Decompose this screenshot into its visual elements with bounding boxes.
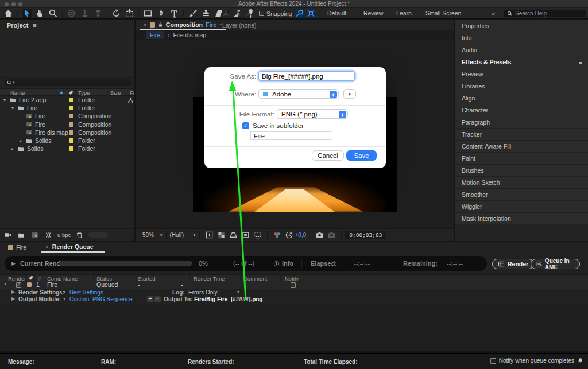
panel-menu-icon[interactable]: ≡ bbox=[579, 59, 582, 65]
log-value[interactable]: Errors Only bbox=[188, 289, 218, 296]
snapshot-camera-icon[interactable] bbox=[315, 231, 324, 239]
column-size[interactable]: Size bbox=[110, 90, 121, 96]
panel-tab-audio[interactable]: Audio bbox=[455, 44, 588, 56]
project-item-fire[interactable]: FireComposition bbox=[0, 121, 134, 129]
dropdown-chevron-icon[interactable]: ▾ bbox=[63, 289, 65, 294]
dropdown-chevron-icon[interactable]: ▾ bbox=[237, 289, 239, 294]
label-color-column-icon[interactable] bbox=[28, 275, 33, 281]
breadcrumb-fire-dis-map[interactable]: Fire dis map bbox=[173, 32, 206, 38]
tab-composition-fire[interactable]: × Composition Fire ≡ bbox=[140, 20, 226, 30]
project-item-solids[interactable]: ▸SolidsFolder bbox=[0, 137, 134, 145]
new-composition-icon[interactable] bbox=[30, 231, 39, 239]
search-help-input[interactable]: Search Help bbox=[504, 10, 586, 17]
column-type[interactable]: Type bbox=[78, 90, 90, 96]
notify-checkbox[interactable] bbox=[291, 282, 296, 288]
subfolder-name-input[interactable]: Fire bbox=[250, 131, 332, 140]
panel-tab-paragraph[interactable]: Paragraph bbox=[455, 116, 588, 129]
output-to-value[interactable]: Fire/Big Fire_[#####].png bbox=[194, 296, 262, 302]
panel-tab-align[interactable]: Align bbox=[455, 92, 588, 104]
workspace-overflow-chevrons[interactable]: » bbox=[492, 10, 495, 17]
label-color-chip[interactable] bbox=[69, 106, 74, 110]
row-chevron-icon[interactable]: ▾ bbox=[4, 281, 6, 286]
project-item-fire[interactable]: ▾FireFolder bbox=[0, 104, 134, 112]
cancel-button[interactable]: Cancel bbox=[312, 150, 344, 161]
render-button[interactable]: Render bbox=[492, 259, 534, 269]
sort-arrow-icon[interactable]: ▲ bbox=[59, 90, 64, 95]
save-button[interactable]: Save bbox=[346, 150, 377, 161]
label-color-chip[interactable] bbox=[69, 114, 74, 118]
add-output-module-button[interactable]: + bbox=[147, 296, 153, 302]
tab-fire-timeline[interactable]: Fire bbox=[8, 242, 26, 253]
label-color-chip[interactable] bbox=[69, 146, 74, 151]
panel-menu-icon[interactable]: ≡ bbox=[97, 243, 100, 250]
where-dropdown[interactable]: Adobe ▲▼ bbox=[258, 89, 339, 99]
queue-in-ame-button[interactable]: Me Queue in AME bbox=[531, 259, 580, 269]
breadcrumb-back-icon[interactable]: ‹ bbox=[168, 32, 169, 38]
tab-layer-none[interactable]: Layer (none) bbox=[218, 20, 261, 30]
column-name[interactable]: Name bbox=[10, 90, 25, 96]
panel-tab-tracker[interactable]: Tracker bbox=[455, 129, 588, 141]
project-item-fire-2-aep[interactable]: ▾Fire 2.aepFolder bbox=[0, 96, 134, 104]
project-item-fire-dis-map[interactable]: Fire dis mapComposition bbox=[0, 129, 134, 137]
file-format-dropdown[interactable]: PNG (*.png) ▲▼ bbox=[277, 109, 348, 119]
tree-chevron-icon[interactable]: ▸ bbox=[11, 146, 14, 152]
expand-chevron-icon[interactable]: ▶ bbox=[11, 261, 16, 266]
render-settings-value[interactable]: Best Settings bbox=[69, 289, 103, 296]
lock-icon[interactable] bbox=[158, 22, 163, 28]
workspace-learn[interactable]: Learn bbox=[396, 10, 412, 17]
dropdown-chevron-icon[interactable]: ▾ bbox=[187, 296, 189, 301]
expand-chevron-icon[interactable]: ▶ bbox=[11, 296, 15, 301]
breadcrumb-fire[interactable]: Fire bbox=[146, 31, 164, 39]
panel-tab-brushes[interactable]: Brushes bbox=[455, 165, 588, 177]
tab-render-queue[interactable]: × Render Queue ≡ bbox=[41, 242, 105, 253]
panel-tab-properties[interactable]: Properties bbox=[455, 20, 588, 32]
close-icon[interactable]: × bbox=[45, 244, 49, 250]
panel-tab-libraries[interactable]: Libraries bbox=[455, 80, 588, 92]
workspace-default[interactable]: Default bbox=[327, 10, 346, 17]
tree-chevron-icon[interactable]: ▸ bbox=[20, 138, 22, 143]
label-color-chip[interactable] bbox=[69, 138, 74, 143]
panel-resize-handle[interactable] bbox=[88, 232, 108, 238]
panel-tab-motion-sketch[interactable]: Motion Sketch bbox=[455, 177, 588, 189]
row-color-chip[interactable] bbox=[27, 282, 32, 287]
notify-checkbox[interactable] bbox=[490, 358, 496, 364]
preview-window-icon[interactable] bbox=[253, 231, 262, 239]
filename-input[interactable]: Big Fire_[#####].png bbox=[258, 71, 355, 81]
label-color-chip[interactable] bbox=[69, 130, 74, 135]
transparency-grid-icon[interactable] bbox=[217, 231, 226, 239]
render-enabled-checkbox[interactable]: ✓ bbox=[16, 282, 21, 288]
tree-chevron-icon[interactable]: ▾ bbox=[11, 106, 14, 111]
label-color-chip[interactable] bbox=[69, 98, 74, 102]
label-color-chip[interactable] bbox=[69, 122, 74, 127]
output-module-value[interactable]: Custom: PNG Sequence bbox=[69, 296, 133, 302]
panel-tab-smoother[interactable]: Smoother bbox=[455, 189, 588, 201]
panel-tab-paint[interactable]: Paint bbox=[455, 153, 588, 165]
new-folder-icon[interactable] bbox=[17, 232, 25, 239]
info-button[interactable]: Info bbox=[273, 260, 293, 267]
project-search-input[interactable]: ▾ bbox=[4, 79, 132, 86]
panel-tab-effects-presets[interactable]: Effects & Presets≡ bbox=[455, 56, 588, 68]
project-item-solids[interactable]: ▸SolidsFolder bbox=[0, 145, 134, 153]
dropdown-chevron-icon[interactable]: ▾ bbox=[63, 296, 65, 301]
panel-tab-content-aware-fill[interactable]: Content-Aware Fill bbox=[455, 141, 588, 153]
zoom-level-dropdown[interactable]: 50%▾ bbox=[142, 232, 163, 238]
label-color-column-icon[interactable] bbox=[68, 90, 74, 95]
project-settings-icon[interactable] bbox=[44, 231, 52, 239]
region-of-interest-icon[interactable] bbox=[241, 231, 250, 239]
project-panel-menu-icon[interactable]: ≡ bbox=[33, 22, 36, 29]
channel-rgb-icon[interactable] bbox=[273, 231, 281, 239]
grid-guides-icon[interactable] bbox=[205, 231, 214, 239]
bit-depth-label[interactable]: 8 bpc bbox=[57, 232, 71, 238]
expand-chevron-icon[interactable]: ▶ bbox=[11, 289, 15, 294]
resolution-dropdown[interactable]: (Half)▾ bbox=[170, 232, 196, 238]
exposure-value[interactable]: +0,0 bbox=[295, 232, 307, 238]
show-snapshot-icon[interactable] bbox=[327, 231, 336, 239]
notify-queue-toggle[interactable]: Notify when queue completes bbox=[490, 358, 583, 364]
close-icon[interactable]: × bbox=[144, 22, 147, 28]
render-queue-row[interactable]: ▾ ✓ 1 Fire Queued - - bbox=[0, 281, 588, 289]
save-in-subfolder-checkbox[interactable]: ✓ bbox=[242, 122, 249, 129]
expand-dialog-chevron[interactable]: ▾ bbox=[343, 89, 356, 99]
trash-icon[interactable] bbox=[76, 231, 83, 239]
panel-tab-preview[interactable]: Preview bbox=[455, 68, 588, 80]
panel-tab-wiggler[interactable]: Wiggler bbox=[455, 201, 588, 213]
